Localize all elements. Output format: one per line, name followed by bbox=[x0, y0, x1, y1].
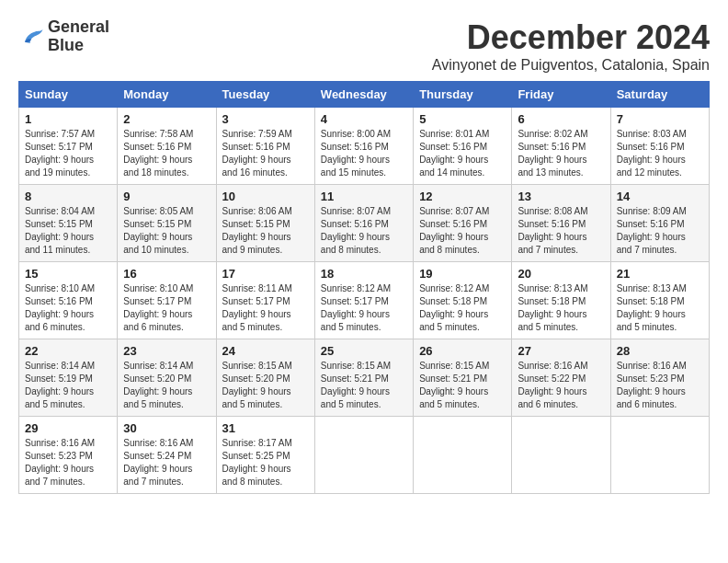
day-number: 10 bbox=[222, 190, 309, 203]
day-number: 2 bbox=[123, 112, 210, 126]
day-info: Sunrise: 8:15 AMSunset: 5:21 PMDaylight:… bbox=[419, 360, 506, 411]
location-title: Avinyonet de Puigventos, Catalonia, Spai… bbox=[432, 57, 710, 74]
calendar-cell bbox=[610, 417, 709, 494]
day-info: Sunrise: 8:10 AMSunset: 5:17 PMDaylight:… bbox=[123, 282, 210, 334]
day-info: Sunrise: 8:03 AMSunset: 5:16 PMDaylight:… bbox=[617, 128, 703, 179]
day-number: 28 bbox=[617, 344, 703, 358]
calendar-cell: 12 Sunrise: 8:07 AMSunset: 5:16 PMDaylig… bbox=[414, 185, 512, 262]
calendar-cell: 25 Sunrise: 8:15 AMSunset: 5:21 PMDaylig… bbox=[314, 339, 413, 417]
day-info: Sunrise: 8:12 AMSunset: 5:18 PMDaylight:… bbox=[419, 282, 506, 334]
calendar-week-1: 1 Sunrise: 7:57 AMSunset: 5:17 PMDayligh… bbox=[19, 108, 710, 185]
day-number: 16 bbox=[123, 267, 210, 281]
calendar-header-sunday: Sunday bbox=[19, 82, 118, 108]
day-number: 11 bbox=[321, 190, 407, 203]
calendar-header-wednesday: Wednesday bbox=[314, 82, 413, 108]
day-info: Sunrise: 8:08 AMSunset: 5:16 PMDaylight:… bbox=[518, 205, 604, 257]
calendar-header-row: SundayMondayTuesdayWednesdayThursdayFrid… bbox=[19, 82, 710, 108]
day-info: Sunrise: 8:02 AMSunset: 5:16 PMDaylight:… bbox=[518, 128, 604, 179]
day-number: 14 bbox=[617, 190, 703, 203]
day-info: Sunrise: 8:16 AMSunset: 5:22 PMDaylight:… bbox=[518, 360, 604, 411]
day-number: 31 bbox=[222, 421, 309, 435]
day-info: Sunrise: 8:15 AMSunset: 5:21 PMDaylight:… bbox=[321, 360, 407, 411]
calendar-cell: 6 Sunrise: 8:02 AMSunset: 5:16 PMDayligh… bbox=[512, 108, 610, 185]
calendar-cell: 7 Sunrise: 8:03 AMSunset: 5:16 PMDayligh… bbox=[610, 108, 709, 185]
day-number: 24 bbox=[222, 344, 309, 358]
day-info: Sunrise: 8:16 AMSunset: 5:23 PMDaylight:… bbox=[25, 437, 111, 488]
day-info: Sunrise: 8:05 AMSunset: 5:15 PMDaylight:… bbox=[123, 205, 210, 257]
day-info: Sunrise: 8:07 AMSunset: 5:16 PMDaylight:… bbox=[321, 205, 407, 257]
calendar-header-tuesday: Tuesday bbox=[216, 82, 314, 108]
calendar-week-2: 8 Sunrise: 8:04 AMSunset: 5:15 PMDayligh… bbox=[19, 185, 710, 262]
day-info: Sunrise: 8:07 AMSunset: 5:16 PMDaylight:… bbox=[419, 205, 506, 257]
calendar-cell: 9 Sunrise: 8:05 AMSunset: 5:15 PMDayligh… bbox=[118, 185, 216, 262]
month-title: December 2024 bbox=[432, 18, 710, 57]
day-number: 1 bbox=[25, 112, 111, 126]
day-info: Sunrise: 8:09 AMSunset: 5:16 PMDaylight:… bbox=[617, 205, 703, 257]
day-info: Sunrise: 8:10 AMSunset: 5:16 PMDaylight:… bbox=[25, 282, 111, 334]
calendar-header-thursday: Thursday bbox=[414, 82, 512, 108]
day-info: Sunrise: 8:17 AMSunset: 5:25 PMDaylight:… bbox=[222, 437, 309, 488]
day-number: 19 bbox=[419, 267, 506, 281]
day-info: Sunrise: 8:13 AMSunset: 5:18 PMDaylight:… bbox=[518, 282, 604, 334]
calendar-cell: 28 Sunrise: 8:16 AMSunset: 5:23 PMDaylig… bbox=[610, 339, 709, 417]
calendar-cell: 2 Sunrise: 7:58 AMSunset: 5:16 PMDayligh… bbox=[118, 108, 216, 185]
day-info: Sunrise: 8:12 AMSunset: 5:17 PMDaylight:… bbox=[321, 282, 407, 334]
calendar-cell: 17 Sunrise: 8:11 AMSunset: 5:17 PMDaylig… bbox=[216, 262, 314, 339]
logo-text: General Blue bbox=[48, 18, 109, 55]
calendar-header-friday: Friday bbox=[512, 82, 610, 108]
calendar-cell: 31 Sunrise: 8:17 AMSunset: 5:25 PMDaylig… bbox=[216, 417, 314, 494]
calendar-week-3: 15 Sunrise: 8:10 AMSunset: 5:16 PMDaylig… bbox=[19, 262, 710, 339]
calendar-cell: 27 Sunrise: 8:16 AMSunset: 5:22 PMDaylig… bbox=[512, 339, 610, 417]
day-info: Sunrise: 8:00 AMSunset: 5:16 PMDaylight:… bbox=[321, 128, 407, 179]
day-info: Sunrise: 8:04 AMSunset: 5:15 PMDaylight:… bbox=[25, 205, 111, 257]
logo-bird-icon bbox=[18, 24, 44, 50]
calendar-cell: 3 Sunrise: 7:59 AMSunset: 5:16 PMDayligh… bbox=[216, 108, 314, 185]
day-number: 8 bbox=[25, 190, 111, 203]
day-info: Sunrise: 8:14 AMSunset: 5:19 PMDaylight:… bbox=[25, 360, 111, 411]
day-number: 6 bbox=[518, 112, 604, 126]
day-info: Sunrise: 8:06 AMSunset: 5:15 PMDaylight:… bbox=[222, 205, 309, 257]
day-info: Sunrise: 8:01 AMSunset: 5:16 PMDaylight:… bbox=[419, 128, 506, 179]
day-number: 27 bbox=[518, 344, 604, 358]
day-number: 17 bbox=[222, 267, 309, 281]
day-info: Sunrise: 8:15 AMSunset: 5:20 PMDaylight:… bbox=[222, 360, 309, 411]
calendar-cell: 21 Sunrise: 8:13 AMSunset: 5:18 PMDaylig… bbox=[610, 262, 709, 339]
day-info: Sunrise: 8:13 AMSunset: 5:18 PMDaylight:… bbox=[617, 282, 703, 334]
calendar-cell: 10 Sunrise: 8:06 AMSunset: 5:15 PMDaylig… bbox=[216, 185, 314, 262]
day-number: 12 bbox=[419, 190, 506, 203]
day-number: 3 bbox=[222, 112, 309, 126]
calendar-cell: 23 Sunrise: 8:14 AMSunset: 5:20 PMDaylig… bbox=[118, 339, 216, 417]
calendar-cell: 4 Sunrise: 8:00 AMSunset: 5:16 PMDayligh… bbox=[314, 108, 413, 185]
calendar-cell: 13 Sunrise: 8:08 AMSunset: 5:16 PMDaylig… bbox=[512, 185, 610, 262]
calendar-cell bbox=[512, 417, 610, 494]
calendar-cell: 8 Sunrise: 8:04 AMSunset: 5:15 PMDayligh… bbox=[19, 185, 118, 262]
calendar-cell: 14 Sunrise: 8:09 AMSunset: 5:16 PMDaylig… bbox=[610, 185, 709, 262]
day-number: 15 bbox=[25, 267, 111, 281]
day-number: 7 bbox=[617, 112, 703, 126]
calendar-cell: 19 Sunrise: 8:12 AMSunset: 5:18 PMDaylig… bbox=[414, 262, 512, 339]
calendar-cell: 18 Sunrise: 8:12 AMSunset: 5:17 PMDaylig… bbox=[314, 262, 413, 339]
calendar-cell: 20 Sunrise: 8:13 AMSunset: 5:18 PMDaylig… bbox=[512, 262, 610, 339]
calendar-week-4: 22 Sunrise: 8:14 AMSunset: 5:19 PMDaylig… bbox=[19, 339, 710, 417]
calendar-header-saturday: Saturday bbox=[610, 82, 709, 108]
calendar-cell: 11 Sunrise: 8:07 AMSunset: 5:16 PMDaylig… bbox=[314, 185, 413, 262]
calendar-cell: 24 Sunrise: 8:15 AMSunset: 5:20 PMDaylig… bbox=[216, 339, 314, 417]
title-area: December 2024 Avinyonet de Puigventos, C… bbox=[432, 18, 710, 74]
calendar-week-5: 29 Sunrise: 8:16 AMSunset: 5:23 PMDaylig… bbox=[19, 417, 710, 494]
day-info: Sunrise: 8:14 AMSunset: 5:20 PMDaylight:… bbox=[123, 360, 210, 411]
day-number: 23 bbox=[123, 344, 210, 358]
calendar-cell: 26 Sunrise: 8:15 AMSunset: 5:21 PMDaylig… bbox=[414, 339, 512, 417]
day-number: 21 bbox=[617, 267, 703, 281]
day-info: Sunrise: 7:58 AMSunset: 5:16 PMDaylight:… bbox=[123, 128, 210, 179]
calendar-cell: 16 Sunrise: 8:10 AMSunset: 5:17 PMDaylig… bbox=[118, 262, 216, 339]
day-info: Sunrise: 7:57 AMSunset: 5:17 PMDaylight:… bbox=[25, 128, 111, 179]
calendar-cell bbox=[414, 417, 512, 494]
day-number: 26 bbox=[419, 344, 506, 358]
day-info: Sunrise: 8:11 AMSunset: 5:17 PMDaylight:… bbox=[222, 282, 309, 334]
calendar-cell: 15 Sunrise: 8:10 AMSunset: 5:16 PMDaylig… bbox=[19, 262, 118, 339]
calendar-cell bbox=[314, 417, 413, 494]
day-info: Sunrise: 8:16 AMSunset: 5:24 PMDaylight:… bbox=[123, 437, 210, 488]
day-number: 18 bbox=[321, 267, 407, 281]
day-number: 25 bbox=[321, 344, 407, 358]
day-number: 20 bbox=[518, 267, 604, 281]
